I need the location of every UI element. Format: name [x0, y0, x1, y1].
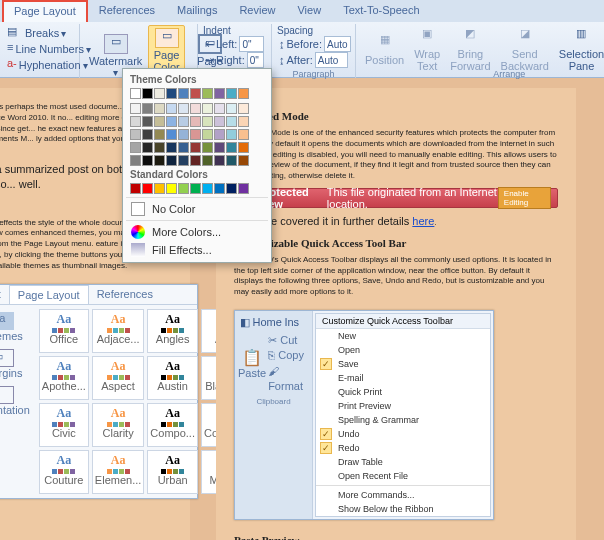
spacing-before[interactable]: ↨Before:Auto	[277, 36, 350, 52]
color-swatch[interactable]	[166, 129, 177, 140]
here-link[interactable]: here	[412, 215, 434, 227]
color-swatch[interactable]	[202, 88, 213, 99]
color-swatch[interactable]	[154, 155, 165, 166]
color-swatch[interactable]	[238, 103, 249, 114]
color-swatch[interactable]	[154, 183, 165, 194]
color-swatch[interactable]	[166, 142, 177, 153]
selection-pane-button[interactable]: ▥Selection Pane	[555, 25, 604, 74]
color-swatch[interactable]	[178, 116, 189, 127]
spacing-before-input[interactable]: Auto	[324, 36, 351, 52]
color-swatch[interactable]	[142, 155, 153, 166]
color-swatch[interactable]	[178, 183, 189, 194]
color-swatch[interactable]	[166, 155, 177, 166]
color-swatch[interactable]	[142, 142, 153, 153]
tab-page-layout[interactable]: Page Layout	[2, 0, 88, 22]
color-swatch[interactable]	[202, 142, 213, 153]
color-swatch[interactable]	[130, 88, 141, 99]
tp-themes-btn: AaThemes	[0, 309, 33, 345]
color-swatch[interactable]	[214, 88, 225, 99]
color-swatch[interactable]	[178, 88, 189, 99]
color-swatch[interactable]	[190, 155, 201, 166]
color-swatch[interactable]	[226, 129, 237, 140]
color-swatch[interactable]	[190, 142, 201, 153]
color-swatch[interactable]	[130, 129, 141, 140]
color-swatch[interactable]	[226, 103, 237, 114]
color-swatch[interactable]	[226, 155, 237, 166]
tab-tts[interactable]: Text-To-Speech	[332, 0, 430, 22]
color-swatch[interactable]	[214, 103, 225, 114]
indent-left[interactable]: ⇤Left:0"	[203, 36, 266, 52]
color-swatch[interactable]	[142, 116, 153, 127]
tab-mailings[interactable]: Mailings	[166, 0, 228, 22]
color-swatch[interactable]	[178, 103, 189, 114]
color-swatch[interactable]	[202, 155, 213, 166]
color-swatch[interactable]	[202, 103, 213, 114]
color-swatch[interactable]	[154, 116, 165, 127]
color-swatch[interactable]	[202, 129, 213, 140]
color-swatch[interactable]	[142, 129, 153, 140]
color-swatch[interactable]	[202, 183, 213, 194]
color-swatch[interactable]	[154, 103, 165, 114]
line-numbers-button[interactable]: ≡Line Numbers▾	[5, 41, 74, 57]
protected-view-bar: 🛡 Protected View This file originated fr…	[234, 188, 558, 208]
hyphenation-button[interactable]: a-Hyphenation▾	[5, 57, 74, 73]
color-swatch[interactable]	[190, 88, 201, 99]
color-swatch[interactable]	[214, 129, 225, 140]
color-swatch[interactable]	[214, 142, 225, 153]
color-swatch[interactable]	[130, 155, 141, 166]
color-swatch[interactable]	[178, 155, 189, 166]
color-swatch[interactable]	[142, 88, 153, 99]
color-swatch[interactable]	[166, 103, 177, 114]
tab-references[interactable]: References	[88, 0, 166, 22]
color-swatch[interactable]	[238, 88, 249, 99]
color-swatch[interactable]	[178, 142, 189, 153]
color-swatch[interactable]	[238, 129, 249, 140]
spacing-after-input[interactable]: Auto	[315, 52, 348, 68]
color-swatch[interactable]	[142, 103, 153, 114]
indent-right[interactable]: ⇥Right:0"	[203, 52, 266, 68]
color-swatch[interactable]	[214, 155, 225, 166]
indent-left-input[interactable]: 0"	[239, 36, 264, 52]
indent-right-input[interactable]: 0"	[247, 52, 264, 68]
color-swatch[interactable]	[130, 116, 141, 127]
color-swatch[interactable]	[214, 116, 225, 127]
color-swatch[interactable]	[190, 116, 201, 127]
color-swatch[interactable]	[166, 116, 177, 127]
color-swatch[interactable]	[130, 103, 141, 114]
position-button[interactable]: ▦Position	[361, 31, 408, 68]
wrap-text-button[interactable]: ▣Wrap Text	[410, 25, 444, 74]
color-swatch[interactable]	[226, 88, 237, 99]
breaks-button[interactable]: ▤Breaks▾	[5, 25, 74, 41]
color-swatch[interactable]	[238, 155, 249, 166]
color-swatch[interactable]	[154, 88, 165, 99]
qat-menu-item: Print Preview	[316, 399, 490, 413]
color-swatch[interactable]	[226, 116, 237, 127]
color-swatch[interactable]	[154, 129, 165, 140]
color-swatch[interactable]	[238, 183, 249, 194]
fill-effects-item[interactable]: Fill Effects...	[126, 241, 268, 259]
color-swatch[interactable]	[166, 88, 177, 99]
send-backward-button[interactable]: ◪Send Backward	[497, 25, 553, 74]
bring-forward-button[interactable]: ◩Bring Forward	[446, 25, 494, 74]
color-swatch[interactable]	[226, 183, 237, 194]
color-swatch[interactable]	[226, 142, 237, 153]
more-colors-item[interactable]: More Colors...	[126, 223, 268, 241]
color-swatch[interactable]	[238, 142, 249, 153]
color-swatch[interactable]	[202, 116, 213, 127]
tp-margins-btn: ▭Margins	[0, 346, 33, 382]
color-swatch[interactable]	[190, 103, 201, 114]
color-swatch[interactable]	[130, 142, 141, 153]
color-swatch[interactable]	[142, 183, 153, 194]
color-swatch[interactable]	[190, 129, 201, 140]
color-swatch[interactable]	[154, 142, 165, 153]
spacing-after[interactable]: ↨After:Auto	[277, 52, 350, 68]
color-swatch[interactable]	[178, 129, 189, 140]
color-swatch[interactable]	[130, 183, 141, 194]
no-color-item[interactable]: No Color	[126, 200, 268, 218]
color-swatch[interactable]	[190, 183, 201, 194]
tab-view[interactable]: View	[286, 0, 332, 22]
color-swatch[interactable]	[166, 183, 177, 194]
color-swatch[interactable]	[214, 183, 225, 194]
color-swatch[interactable]	[238, 116, 249, 127]
tab-review[interactable]: Review	[228, 0, 286, 22]
